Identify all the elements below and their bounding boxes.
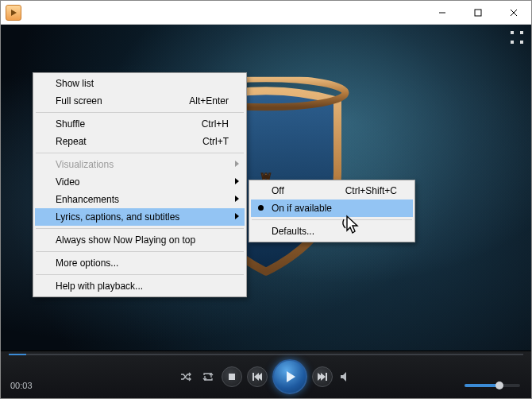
svg-marker-21	[235, 161, 239, 167]
repeat-button[interactable]	[199, 368, 217, 385]
switch-view-icon[interactable]	[511, 31, 523, 46]
menu-separator	[36, 251, 244, 252]
menu-label: Repeat	[56, 136, 87, 147]
menu-show-list[interactable]: Show list	[35, 75, 245, 92]
menu-visualizations: Visualizations	[35, 156, 245, 173]
app-icon	[6, 5, 21, 21]
volume-fill	[465, 384, 497, 387]
context-menu: Show list Full screenAlt+Enter ShuffleCt…	[33, 72, 247, 297]
menu-label: Full screen	[56, 95, 102, 107]
menu-label: Off	[272, 185, 284, 196]
svg-rect-2	[475, 10, 481, 16]
menu-shortcut: Ctrl+T	[179, 136, 229, 147]
subtitles-submenu: OffCtrl+Shift+C On if available Defaults…	[249, 180, 415, 242]
svg-rect-10	[511, 41, 514, 44]
menu-label: Help with playback...	[56, 281, 143, 292]
stop-button[interactable]	[222, 366, 242, 387]
menu-separator	[252, 219, 412, 220]
radio-selected-icon	[258, 205, 264, 211]
transport-controls	[177, 359, 355, 394]
menu-label: Enhancements	[56, 194, 119, 205]
menu-help-playback[interactable]: Help with playback...	[35, 277, 245, 295]
svg-rect-13	[253, 373, 254, 381]
volume-track[interactable]	[465, 384, 520, 387]
svg-rect-8	[511, 31, 514, 34]
menu-enhancements[interactable]: Enhancements	[35, 191, 245, 208]
menu-label: Defaults...	[272, 226, 314, 237]
menu-separator	[36, 274, 244, 275]
seek-bar[interactable]	[1, 351, 531, 358]
svg-marker-24	[235, 213, 239, 219]
menu-separator	[36, 228, 244, 229]
svg-rect-12	[229, 374, 235, 380]
svg-rect-19	[326, 373, 327, 381]
elapsed-time: 00:03	[10, 381, 33, 390]
previous-button[interactable]	[247, 366, 268, 387]
menu-label: Show list	[56, 78, 94, 89]
next-button[interactable]	[312, 366, 333, 387]
menu-label: Visualizations	[56, 159, 114, 170]
seek-progress	[9, 354, 26, 355]
seek-track	[9, 354, 523, 355]
mute-button[interactable]	[337, 368, 355, 385]
svg-marker-20	[341, 372, 346, 382]
submenu-on-if-available[interactable]: On if available	[251, 200, 413, 217]
menu-repeat[interactable]: RepeatCtrl+T	[35, 133, 245, 150]
menu-separator	[36, 153, 244, 153]
titlebar	[1, 1, 531, 25]
submenu-defaults[interactable]: Defaults...	[251, 223, 413, 240]
menu-label: Video	[56, 176, 79, 188]
menu-more-options[interactable]: More options...	[35, 254, 245, 272]
shuffle-button[interactable]	[177, 368, 195, 385]
play-button[interactable]	[272, 359, 307, 394]
menu-lyrics-captions-subtitles[interactable]: Lyrics, captions, and subtitles	[35, 208, 245, 226]
submenu-off[interactable]: OffCtrl+Shift+C	[251, 182, 413, 200]
close-button[interactable]	[495, 1, 531, 24]
svg-marker-0	[11, 10, 17, 16]
media-player-window: W B 00:03 Sho	[0, 0, 532, 399]
volume-control[interactable]	[465, 384, 520, 387]
menu-label: Always show Now Playing on top	[56, 234, 195, 246]
menu-shortcut: Ctrl+H	[178, 118, 229, 130]
svg-marker-18	[321, 373, 326, 381]
submenu-arrow-icon	[233, 194, 240, 206]
minimize-button[interactable]	[424, 1, 460, 24]
svg-marker-16	[287, 371, 295, 382]
submenu-arrow-icon	[233, 211, 240, 223]
menu-label: On if available	[272, 203, 332, 214]
menu-full-screen[interactable]: Full screenAlt+Enter	[35, 92, 245, 110]
menu-shortcut: Ctrl+Shift+C	[322, 185, 397, 196]
menu-label: Lyrics, captions, and subtitles	[56, 211, 179, 223]
submenu-arrow-icon	[233, 159, 240, 171]
menu-shortcut: Alt+Enter	[165, 95, 229, 107]
svg-marker-22	[235, 178, 239, 184]
menu-always-on-top[interactable]: Always show Now Playing on top	[35, 231, 245, 249]
menu-label: More options...	[56, 258, 118, 269]
menu-shuffle[interactable]: ShuffleCtrl+H	[35, 115, 245, 133]
menu-label: Shuffle	[56, 118, 85, 130]
svg-rect-9	[520, 31, 523, 34]
submenu-arrow-icon	[233, 176, 240, 188]
menu-separator	[36, 112, 244, 113]
maximize-button[interactable]	[460, 1, 495, 24]
playback-controls: 00:03	[1, 351, 531, 398]
menu-video[interactable]: Video	[35, 173, 245, 191]
volume-thumb[interactable]	[495, 382, 503, 389]
svg-rect-11	[520, 41, 523, 44]
svg-marker-23	[235, 196, 239, 202]
